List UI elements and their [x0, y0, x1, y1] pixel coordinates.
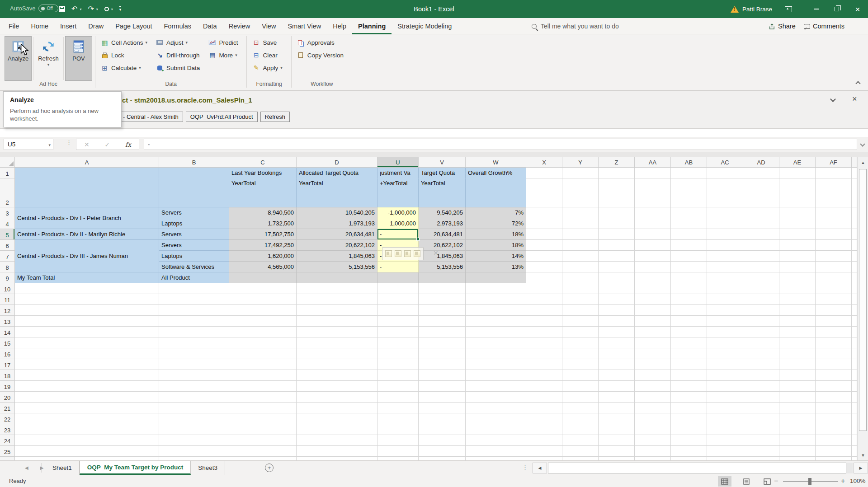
row-header-23[interactable]: 23 [0, 424, 15, 435]
cell-stub26[interactable] [852, 457, 857, 460]
vertical-scrollbar[interactable]: ▲ ▼ [857, 157, 868, 460]
row-header-16[interactable]: 16 [0, 348, 15, 359]
cell-AC4[interactable] [707, 218, 743, 229]
cell-AC20[interactable] [707, 392, 743, 403]
cell-D20[interactable] [297, 392, 377, 403]
normal-view-icon[interactable] [718, 476, 731, 487]
cell-AD6[interactable] [743, 240, 779, 251]
col-header-D[interactable]: D [297, 157, 377, 168]
cell-U9[interactable] [377, 272, 419, 283]
cell-AC7[interactable] [707, 251, 743, 262]
cell-U1[interactable]: justment Va [377, 168, 419, 178]
cell-B1[interactable] [159, 168, 229, 178]
name-box-caret-icon[interactable]: ▾ [48, 143, 51, 147]
autosave-toggle[interactable]: AutoSave Off [10, 5, 58, 12]
fill-handle[interactable] [416, 238, 420, 241]
cell-D22[interactable] [297, 413, 377, 424]
cell-A10[interactable] [15, 283, 159, 294]
cell-U16[interactable] [377, 348, 419, 359]
row-header-24[interactable]: 24 [0, 435, 15, 446]
cell-AB6[interactable] [671, 240, 707, 251]
cell-Y18[interactable] [562, 370, 599, 381]
cell-Z24[interactable] [599, 435, 635, 446]
cell-D25[interactable] [297, 446, 377, 457]
cell-B18[interactable] [159, 370, 229, 381]
cell-AF19[interactable] [816, 381, 852, 392]
cell-D24[interactable] [297, 435, 377, 446]
cell-AA17[interactable] [635, 359, 671, 370]
cell-AD15[interactable] [743, 337, 779, 348]
cell-V6[interactable]: 20,622,102 [419, 240, 466, 251]
cell-V5[interactable]: 20,634,481 [419, 229, 466, 240]
cell-Y11[interactable] [562, 294, 599, 305]
cell-AD25[interactable] [743, 446, 779, 457]
floating-close-icon[interactable]: ✕ [433, 249, 439, 257]
tell-me-search[interactable]: Tell me what you want to do [532, 18, 619, 34]
cell-AF15[interactable] [816, 337, 852, 348]
cell-B8[interactable]: Software & Services [159, 262, 229, 272]
cell-B25[interactable] [159, 446, 229, 457]
cell-U12[interactable] [377, 305, 419, 316]
cell-AA11[interactable] [635, 294, 671, 305]
vertical-scroll-thumb[interactable] [859, 169, 867, 431]
cell-U3[interactable]: -1,000,000 [377, 207, 419, 218]
cell-D9[interactable] [297, 272, 377, 283]
drill-through-button[interactable]: ↘Drill-through [153, 49, 202, 61]
cell-Z26[interactable] [599, 457, 635, 460]
cell-AF3[interactable] [816, 207, 852, 218]
cell-A6[interactable]: Central - Products - Div III - James Num… [15, 240, 159, 272]
touch-mode-caret-icon[interactable]: ▾ [111, 7, 113, 11]
cell-X7[interactable] [526, 251, 562, 262]
cell-U4[interactable]: 1,000,000 [377, 218, 419, 229]
cell-B7[interactable]: Laptops [159, 251, 229, 262]
cell-U18[interactable] [377, 370, 419, 381]
more-button[interactable]: ▤More▾ [206, 49, 240, 61]
cell-AB14[interactable] [671, 327, 707, 337]
cell-D8[interactable]: 5,153,556 [297, 262, 377, 272]
cell-AE5[interactable] [779, 229, 816, 240]
cell-W2[interactable] [466, 178, 526, 207]
cell-AB11[interactable] [671, 294, 707, 305]
cell-AD23[interactable] [743, 424, 779, 435]
row-header-3[interactable]: 3 [0, 207, 15, 218]
cell-AC6[interactable] [707, 240, 743, 251]
cell-AB16[interactable] [671, 348, 707, 359]
cell-Y7[interactable] [562, 251, 599, 262]
cell-AD3[interactable] [743, 207, 779, 218]
cell-A15[interactable] [15, 337, 159, 348]
cell-AF20[interactable] [816, 392, 852, 403]
cell-X9[interactable] [526, 272, 562, 283]
cell-C16[interactable] [229, 348, 297, 359]
cell-U14[interactable] [377, 327, 419, 337]
cell-V11[interactable] [419, 294, 466, 305]
cell-AE12[interactable] [779, 305, 816, 316]
cell-AA12[interactable] [635, 305, 671, 316]
cell-W5[interactable]: 18% [466, 229, 526, 240]
paste-option-icon[interactable] [414, 250, 420, 257]
cell-V24[interactable] [419, 435, 466, 446]
col-header-U[interactable]: U [377, 157, 419, 168]
cell-C25[interactable] [229, 446, 297, 457]
cell-AE7[interactable] [779, 251, 816, 262]
cell-Y19[interactable] [562, 381, 599, 392]
cell-U5[interactable]: - [377, 229, 419, 240]
minimize-button[interactable] [806, 0, 826, 18]
cell-AC12[interactable] [707, 305, 743, 316]
tab-file[interactable]: File [3, 18, 25, 34]
cell-stub2[interactable] [852, 178, 857, 207]
save-icon[interactable] [59, 6, 65, 12]
cell-A5[interactable]: Central - Products - Div II - Marilyn Ri… [15, 229, 159, 240]
cell-D10[interactable] [297, 283, 377, 294]
cell-AA24[interactable] [635, 435, 671, 446]
cell-A3[interactable]: Central - Products - Div I - Peter Branc… [15, 207, 159, 229]
undo-caret-icon[interactable]: ▾ [80, 7, 81, 11]
cell-U8[interactable]: - [377, 262, 419, 272]
cell-C15[interactable] [229, 337, 297, 348]
cell-AB26[interactable] [671, 457, 707, 460]
cell-D14[interactable] [297, 327, 377, 337]
calculate-button[interactable]: ⊞Calculate▾ [98, 61, 150, 74]
cell-AA8[interactable] [635, 262, 671, 272]
cell-A18[interactable] [15, 370, 159, 381]
cell-AD24[interactable] [743, 435, 779, 446]
cell-V1[interactable]: Target Quota [419, 168, 466, 178]
